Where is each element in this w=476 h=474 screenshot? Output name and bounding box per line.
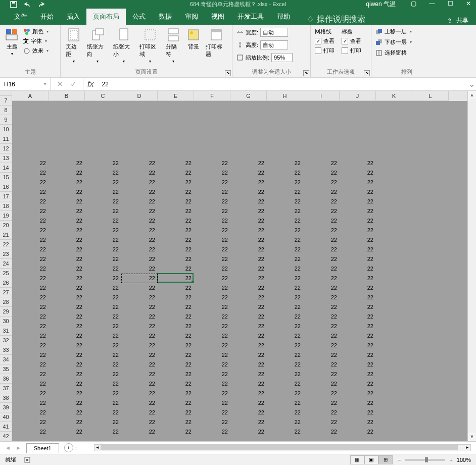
cell[interactable]: 22 [158,302,194,312]
cell[interactable]: 22 [340,187,376,197]
cell[interactable] [412,341,449,350]
column-headers[interactable]: ABCDEFGHIJKL [12,91,467,101]
cell[interactable]: 22 [230,302,267,312]
sheet-nav-next-icon[interactable]: ► [16,445,21,451]
cell[interactable]: 22 [230,370,267,379]
cell[interactable] [49,120,85,130]
cell[interactable] [412,389,449,398]
background-button[interactable]: 背景 [185,27,202,51]
cell[interactable]: 22 [158,417,194,427]
sheet-nav-prev-icon[interactable]: ◄ [5,445,11,451]
cell[interactable] [121,111,158,120]
cell[interactable]: 22 [121,264,158,274]
cell[interactable] [158,149,194,159]
cell[interactable]: 22 [194,350,230,360]
cell[interactable] [376,120,412,130]
cell[interactable] [376,379,412,389]
cell[interactable]: 22 [158,283,194,293]
row-header[interactable]: 42 [0,432,12,441]
cell[interactable]: 22 [121,360,158,370]
cell[interactable]: 22 [230,159,267,168]
cell[interactable] [121,149,158,159]
cell[interactable]: 22 [230,350,267,360]
cell[interactable]: 22 [12,312,49,322]
expand-formula-icon[interactable]: ⌄ [467,78,476,90]
cell[interactable] [376,312,412,322]
cell[interactable]: 22 [121,197,158,206]
row-header[interactable]: 28 [0,297,12,307]
cell[interactable]: 22 [85,341,121,350]
cell[interactable] [376,398,412,408]
cell[interactable]: 22 [121,226,158,235]
row-header[interactable]: 12 [0,144,12,153]
cell[interactable]: 22 [158,408,194,417]
cell[interactable]: 22 [303,370,340,379]
cell[interactable]: 22 [49,379,85,389]
cell[interactable]: 22 [49,302,85,312]
row-header[interactable]: 36 [0,374,12,384]
cell[interactable]: 22 [85,216,121,226]
cell[interactable] [194,139,230,149]
cell[interactable] [412,120,449,130]
cell[interactable] [12,149,49,159]
cell[interactable] [303,149,340,159]
cell[interactable]: 22 [194,331,230,341]
cell[interactable]: 22 [303,235,340,245]
gridlines-print-checkbox[interactable]: 打印 [315,46,335,56]
row-header[interactable]: 16 [0,182,12,192]
cell[interactable]: 22 [12,283,49,293]
row-header[interactable]: 31 [0,326,12,336]
cell[interactable] [376,206,412,216]
row-header[interactable]: 15 [0,173,12,182]
cell[interactable] [412,427,449,437]
cell[interactable]: 22 [12,293,49,302]
column-header[interactable]: F [194,91,230,101]
cell[interactable]: 22 [267,312,303,322]
cell[interactable] [412,398,449,408]
cell[interactable]: 22 [85,197,121,206]
row-header[interactable]: 39 [0,403,12,412]
cell[interactable] [121,101,158,111]
cell[interactable]: 22 [230,398,267,408]
cell[interactable]: 22 [12,245,49,254]
cell[interactable] [267,101,303,111]
cell[interactable]: 22 [194,312,230,322]
cell[interactable] [412,130,449,139]
cell[interactable]: 22 [340,408,376,417]
headings-view-checkbox[interactable]: ✓查看 [342,36,361,46]
cell[interactable] [267,149,303,159]
cell[interactable] [412,168,449,178]
cell[interactable] [230,130,267,139]
tab-file[interactable]: 文件 [8,9,34,25]
cell[interactable]: 22 [49,159,85,168]
cell[interactable] [412,322,449,331]
cell[interactable] [376,350,412,360]
cell[interactable]: 22 [49,274,85,283]
row-header[interactable]: 32 [0,336,12,345]
cell[interactable]: 22 [303,264,340,274]
save-icon[interactable] [10,1,17,8]
add-sheet-button[interactable]: + [64,443,73,452]
cell[interactable]: 22 [158,398,194,408]
fonts-button[interactable]: 文字体 [23,36,49,46]
cell[interactable] [412,283,449,293]
cell[interactable] [49,437,85,441]
cell[interactable]: 22 [340,331,376,341]
share-button[interactable]: 共享 [456,16,468,25]
cell[interactable]: 22 [340,264,376,274]
cell[interactable]: 22 [303,312,340,322]
cell[interactable]: 22 [158,312,194,322]
cell[interactable]: 22 [158,264,194,274]
cell[interactable]: 22 [12,254,49,264]
cell[interactable]: 22 [230,235,267,245]
cell[interactable]: 22 [340,370,376,379]
cell[interactable]: 22 [49,427,85,437]
tab-page-layout[interactable]: 页面布局 [86,9,126,25]
cell[interactable]: 22 [340,178,376,187]
cell[interactable]: 22 [267,235,303,245]
cell[interactable]: 22 [49,264,85,274]
cell[interactable]: 22 [12,178,49,187]
cell[interactable] [412,101,449,111]
row-header[interactable]: 7 [0,96,12,106]
cell[interactable] [49,139,85,149]
